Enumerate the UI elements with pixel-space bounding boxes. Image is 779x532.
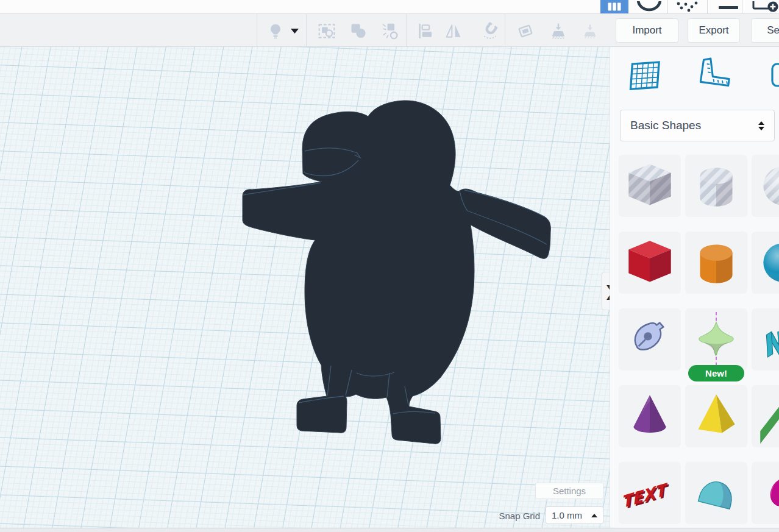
shape-round-roof[interactable]: [685, 462, 747, 524]
scatter-dots-button[interactable]: [672, 0, 704, 13]
add-panel-button[interactable]: [751, 0, 779, 13]
blocks-view-button[interactable]: [600, 0, 628, 13]
blocks-view-icon: [607, 2, 622, 12]
print-bed-button[interactable]: [579, 20, 601, 42]
notes-tool-button[interactable]: [764, 55, 779, 94]
main-toolbar: Import Export Send: [0, 13, 779, 47]
shape-letters[interactable]: [752, 308, 779, 371]
settings-button-label: Settings: [553, 486, 586, 496]
place-button[interactable]: [547, 20, 569, 42]
notes-tool-icon: [766, 56, 779, 94]
app-topbar: [0, 0, 779, 13]
workplane-tool-icon: [628, 56, 666, 94]
place-icon: [549, 22, 567, 40]
shape-category-select[interactable]: Basic Shapes: [620, 110, 775, 141]
ungroup-button[interactable]: [379, 20, 401, 42]
snap-magnet-icon: [481, 22, 499, 40]
ungroup-icon: [381, 22, 399, 40]
export-button[interactable]: Export: [688, 18, 740, 43]
selection-group-button[interactable]: [316, 20, 338, 42]
workplane-button[interactable]: [514, 20, 536, 42]
gauge-button[interactable]: [634, 0, 664, 13]
align-button[interactable]: [414, 20, 436, 42]
show-hidden-button[interactable]: [265, 20, 286, 42]
add-panel-icon: [751, 1, 779, 13]
snap-grid-dropdown[interactable]: 1.0 mm: [546, 506, 603, 524]
snap-button[interactable]: [479, 20, 501, 42]
minimize-icon: [714, 2, 742, 13]
topbar-divider: [667, 0, 668, 13]
snap-grid-label: Snap Grid: [479, 511, 540, 521]
bottom-edge-strip: [0, 528, 779, 532]
penguin-model[interactable]: [0, 47, 610, 528]
shape-cylinder-hole[interactable]: [685, 155, 747, 217]
ruler-tool-button[interactable]: [694, 55, 733, 94]
shape-cylinder[interactable]: [685, 232, 747, 294]
shape-category-value: Basic Shapes: [630, 119, 701, 132]
caret-up-icon: [591, 514, 597, 517]
toolbar-divider: [306, 14, 307, 47]
shape-scribble[interactable]: [619, 308, 681, 371]
import-button[interactable]: Import: [616, 18, 678, 43]
topbar-divider: [707, 0, 708, 13]
design-canvas[interactable]: Settings Snap Grid 1.0 mm: [0, 47, 610, 528]
toolbar-divider: [257, 14, 257, 47]
selection-group-icon: [318, 22, 336, 40]
align-icon: [416, 22, 435, 40]
shape-box[interactable]: [619, 232, 681, 294]
workplane-icon: [516, 22, 535, 40]
export-button-label: Export: [699, 24, 728, 37]
gauge-icon: [635, 1, 663, 13]
shape-pyramid[interactable]: [685, 385, 747, 447]
visibility-dropdown-button[interactable]: [288, 20, 301, 42]
minimize-button[interactable]: [713, 0, 744, 13]
group-icon: [349, 22, 368, 40]
shape-spinner-top[interactable]: [685, 308, 747, 371]
shape-roof[interactable]: [752, 385, 779, 447]
snap-grid-value: 1.0 mm: [552, 510, 582, 520]
shape-box-hole[interactable]: [619, 155, 681, 217]
shape-paraboloid[interactable]: [752, 462, 779, 524]
toolbar-divider: [406, 14, 407, 47]
lightbulb-icon: [266, 22, 285, 40]
ruler-tool-icon: [695, 56, 733, 94]
shape-text[interactable]: TEXT TEXT: [619, 462, 681, 524]
select-arrows-icon: [758, 121, 764, 130]
shape-grid: New! TEXT TEXT: [619, 155, 779, 528]
flip-icon: [444, 22, 463, 40]
shape-sphere-hole[interactable]: [752, 155, 779, 217]
group-button[interactable]: [347, 20, 369, 42]
import-button-label: Import: [632, 24, 661, 37]
shape-cone[interactable]: [619, 385, 681, 447]
settings-button[interactable]: Settings: [535, 483, 603, 499]
caret-down-icon: [291, 29, 299, 34]
send-button[interactable]: Send: [751, 18, 779, 43]
topbar-divider: [742, 0, 742, 13]
shapes-sidebar: Basic Shapes: [610, 47, 779, 528]
print-bed-icon: [581, 22, 599, 40]
toolbar-divider: [505, 14, 505, 47]
send-button-label: Send: [767, 24, 779, 37]
shape-sphere[interactable]: [752, 232, 779, 294]
new-badge: New!: [688, 365, 744, 381]
scatter-dots-icon: [674, 1, 703, 13]
workplane-tool-button[interactable]: [627, 55, 666, 94]
flip-button[interactable]: [443, 20, 464, 42]
